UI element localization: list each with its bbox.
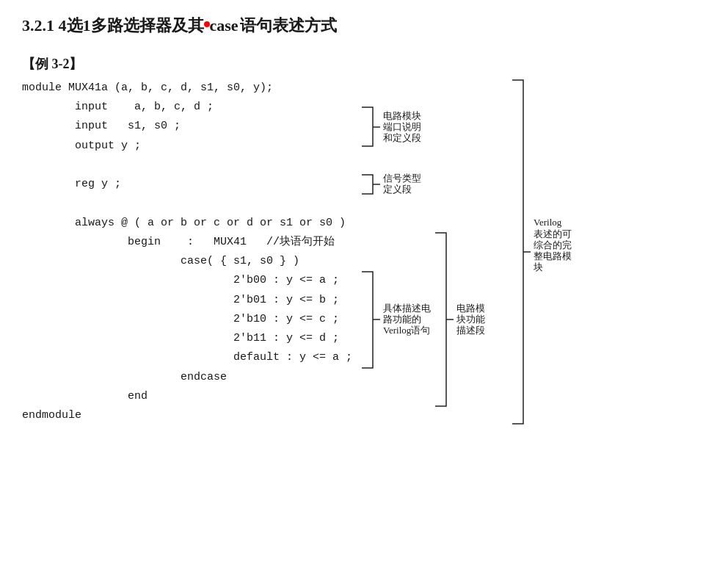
code-line-16: endcase: [22, 368, 352, 387]
code-line-1: module MUX41a (a, b, c, d, s1, s0, y);: [22, 79, 352, 98]
annotation-circuit-func-3: 描述段: [456, 325, 485, 336]
code-line-13: 2'b10 : y <= c ;: [22, 310, 352, 329]
code-line-4: output y ;: [22, 137, 352, 156]
annotation-specific-2: 路功能的: [383, 314, 421, 325]
code-line-17: end: [22, 387, 352, 406]
code-line-10: case( { s1, s0 } ): [22, 252, 352, 271]
annotation-circuit-func-1: 电路模: [456, 303, 485, 314]
annotation-verilog-1: Verilog: [534, 217, 562, 228]
annotation-circuit-port-3: 和定义段: [383, 132, 421, 143]
code-line-12: 2'b01 : y <= b ;: [22, 291, 352, 310]
annotation-verilog-4: 整电路模: [534, 250, 572, 261]
annotation-specific-3: Verilog语句: [383, 325, 430, 336]
code-line-2: input a, b, c, d ;: [22, 98, 352, 117]
code-line-14: 2'b11 : y <= d ;: [22, 329, 352, 348]
title-prefix: 3.2.1 4选1多路选择器及其: [22, 15, 204, 37]
code-line-11: 2'b00 : y <= a ;: [22, 271, 352, 290]
code-line-6: reg y ;: [22, 175, 352, 194]
annotations-svg: 电路模块 端口说明 和定义段 信号类型 定义段 具体描述电 路功能的 Veril…: [358, 79, 681, 468]
annotation-signal-type-2: 定义段: [383, 184, 412, 195]
code-line-8: always @ ( a or b or c or d or s1 or s0 …: [22, 214, 352, 233]
annotation-verilog-2: 表述的可: [534, 228, 572, 239]
annotation-specific-1: 具体描述电: [383, 303, 431, 314]
annotation-circuit-func-2: 块功能: [456, 314, 485, 325]
code-line-15: default : y <= a ;: [22, 348, 352, 367]
title-case: case: [210, 15, 239, 37]
page-title: 3.2.1 4选1多路选择器及其case语句表述方式: [22, 15, 706, 37]
annotation-circuit-port-1: 电路模块: [383, 110, 421, 121]
annotation-circuit-port-2: 端口说明: [383, 121, 421, 132]
annotation-verilog-3: 综合的完: [534, 239, 572, 250]
code-line-3: input s1, s0 ;: [22, 117, 352, 136]
title-suffix: 语句表述方式: [240, 15, 337, 37]
code-line-5: [22, 156, 352, 175]
code-line-7: [22, 194, 352, 213]
annotation-verilog-5: 块: [533, 261, 543, 272]
annotations-area: 电路模块 端口说明 和定义段 信号类型 定义段 具体描述电 路功能的 Veril…: [358, 79, 681, 471]
code-line-9: begin : MUX41 //块语句开始: [22, 233, 352, 252]
code-line-18: endmodule: [22, 406, 352, 425]
annotation-signal-type-1: 信号类型: [383, 173, 421, 184]
red-dot-indicator: [204, 21, 210, 27]
example-label: 【例 3-2】: [22, 55, 706, 73]
code-block: module MUX41a (a, b, c, d, s1, s0, y); i…: [22, 79, 352, 426]
